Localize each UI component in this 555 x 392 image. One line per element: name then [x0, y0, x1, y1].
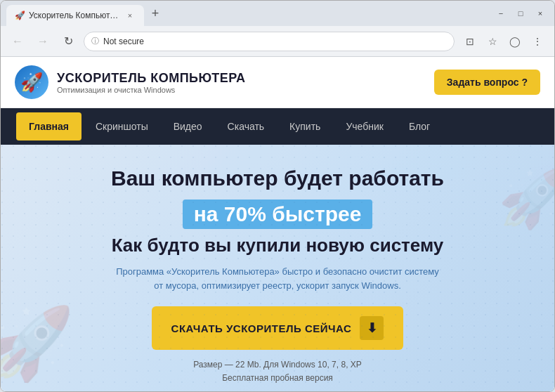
site-header: 🚀 УСКОРИТЕЛЬ КОМПЬЮТЕРА Оптимизация и оч… [1, 57, 554, 108]
nav-item-buy[interactable]: Купить [277, 112, 333, 141]
nav-item-video[interactable]: Видео [161, 112, 215, 141]
hero-subheadline: Как будто вы купили новую систему [15, 235, 540, 256]
browser-content: 🚀 УСКОРИТЕЛЬ КОМПЬЮТЕРА Оптимизация и оч… [1, 57, 554, 391]
bookmark-button[interactable]: ☆ [483, 32, 502, 51]
profile-button[interactable]: ◯ [505, 32, 525, 51]
tab-area: 🚀 Ускоритель Компьютера - про… × + [6, 1, 165, 26]
logo-icon: 🚀 [15, 65, 48, 99]
download-button-label: СКАЧАТЬ УСКОРИТЕЛЬ СЕЙЧАС [171, 322, 352, 334]
tab-title: Ускоритель Компьютера - про… [29, 11, 120, 20]
hero-description: Программа «Ускоритель Компьютера» быстро… [15, 265, 540, 292]
site-navigation: Главная Скриншоты Видео Скачать Купить У… [1, 108, 554, 145]
nav-item-home[interactable]: Главная [16, 112, 81, 141]
size-info-line1: Размер — 22 Mb. Для Windows 10, 7, 8, XP [15, 358, 540, 372]
site-logo: 🚀 УСКОРИТЕЛЬ КОМПЬЮТЕРА Оптимизация и оч… [15, 65, 246, 99]
logo-text: УСКОРИТЕЛЬ КОМПЬЮТЕРА Оптимизация и очис… [57, 71, 246, 94]
tab-close-button[interactable]: × [124, 10, 136, 21]
titlebar: 🚀 Ускоритель Компьютера - про… × + − □ × [1, 1, 554, 26]
download-icon: ⬇ [360, 316, 384, 340]
minimize-button[interactable]: − [492, 5, 509, 22]
tab-favicon: 🚀 [15, 11, 25, 20]
logo-title: УСКОРИТЕЛЬ КОМПЬЮТЕРА [57, 71, 246, 86]
hero-section: 🚀 🚀 Ваш компьютер будет работать на 70% … [1, 145, 554, 391]
ask-question-button[interactable]: Задать вопрос ? [434, 70, 540, 95]
hero-headline: Ваш компьютер будет работать [15, 166, 540, 191]
url-display: Not secure [103, 37, 144, 46]
close-button[interactable]: × [532, 5, 549, 22]
bg-rocket-right: 🚀 [498, 166, 554, 232]
back-button[interactable]: ← [8, 32, 27, 51]
nav-item-blog[interactable]: Блог [396, 112, 443, 141]
maximize-button[interactable]: □ [512, 5, 529, 22]
size-info: Размер — 22 Mb. Для Windows 10, 7, 8, XP… [15, 358, 540, 385]
size-info-line2: Бесплатная пробная версия [15, 372, 540, 385]
refresh-button[interactable]: ↻ [58, 32, 78, 51]
address-bar-actions: ⊡ ☆ ◯ ⋮ [460, 32, 547, 51]
nav-item-tutorial[interactable]: Учебник [333, 112, 396, 141]
forward-button[interactable]: → [33, 32, 53, 51]
active-tab[interactable]: 🚀 Ускоритель Компьютера - про… × [6, 5, 144, 26]
nav-item-screenshots[interactable]: Скриншоты [83, 112, 161, 141]
rocket-icon: 🚀 [20, 72, 43, 93]
security-icon: ⓘ [91, 36, 99, 46]
hero-highlight: на 70% быстрее [183, 200, 373, 229]
address-input[interactable]: ⓘ Not secure [84, 32, 455, 51]
download-button[interactable]: СКАЧАТЬ УСКОРИТЕЛЬ СЕЙЧАС ⬇ [152, 306, 404, 350]
address-bar: ← → ↻ ⓘ Not secure ⊡ ☆ ◯ ⋮ [1, 26, 554, 57]
window-controls: − □ × [492, 5, 549, 22]
ask-button-label: Задать вопрос ? [447, 77, 528, 88]
logo-subtitle: Оптимизация и очистка Windows [57, 86, 246, 94]
bg-rocket-left: 🚀 [1, 302, 74, 385]
nav-item-download[interactable]: Скачать [215, 112, 278, 141]
menu-button[interactable]: ⋮ [528, 32, 547, 51]
browser-window: 🚀 Ускоритель Компьютера - про… × + − □ ×… [0, 0, 555, 392]
new-tab-button[interactable]: + [145, 4, 165, 23]
cast-button[interactable]: ⊡ [460, 32, 480, 51]
